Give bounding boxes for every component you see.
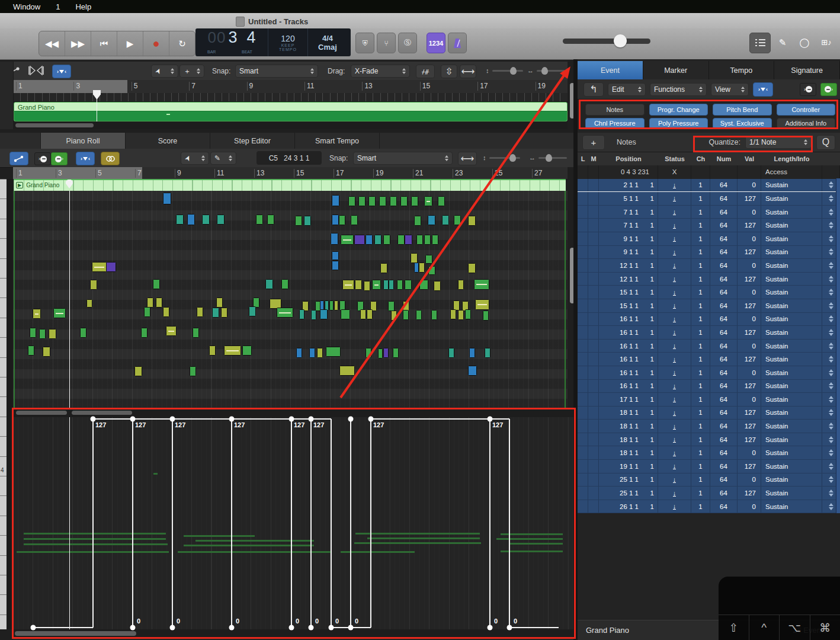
event-row[interactable]: 16 1 11↓164127Sustain (578, 326, 840, 340)
midi-draw-area[interactable] (13, 409, 578, 640)
controller-event-icon: ↓ (673, 182, 677, 188)
automation-value-label: 0 (514, 617, 517, 625)
event-row[interactable]: 17 1 11↓1640Sustain (578, 393, 840, 407)
controller-event-icon: ↓ (673, 222, 677, 229)
controller-event-icon: ↓ (673, 249, 677, 255)
column-header-m[interactable]: M (588, 155, 599, 162)
controller-event-icon: ↓ (673, 262, 677, 268)
midi-out-icon (825, 86, 831, 92)
tab-tempo[interactable]: Tempo (709, 61, 775, 79)
edit-menu[interactable]: Edit (608, 83, 646, 96)
event-row[interactable]: 5 1 11↓164127Sustain (578, 192, 840, 206)
quantize-dropdown[interactable]: 1/1 Note (745, 136, 812, 149)
master-volume-thumb[interactable] (614, 34, 627, 47)
column-header-num[interactable]: Num (710, 155, 738, 162)
event-row[interactable]: 9 1 11↓1640Sustain (578, 232, 840, 246)
event-row[interactable]: 12 1 11↓164127Sustain (578, 273, 840, 286)
event-row[interactable]: 25 1 11↓1640Sustain (578, 473, 840, 487)
hierarchy-button[interactable]: ↰ (583, 82, 604, 97)
controller-event-icon: ↓ (673, 316, 677, 322)
event-row[interactable]: 18 1 11↓164127Sustain (578, 407, 840, 420)
event-row[interactable]: 16 1 11↓1640Sustain (578, 366, 840, 380)
modifier-key: ^ (749, 615, 780, 640)
panel-midi-out-button[interactable]: › (820, 83, 837, 96)
event-row[interactable]: 7 1 11↓164127Sustain (578, 219, 840, 232)
type-button-chnl-pressure[interactable]: Chnl Pressure (585, 118, 645, 130)
add-event-button[interactable]: + (582, 135, 605, 150)
event-row[interactable]: 25 1 11↓164127Sustain (578, 487, 840, 500)
controller-event-icon: ↓ (673, 369, 677, 376)
quantize-label: Quantize: (708, 138, 740, 146)
type-button-additional-info[interactable]: Additional Info (777, 118, 836, 130)
type-button-progr-change[interactable]: Progr. Change (649, 104, 708, 116)
modifier-keys-row: ⇧^⌥⌘ (719, 615, 840, 640)
view-menu[interactable]: View (711, 83, 749, 96)
automation-value-label: 127 (313, 421, 324, 428)
column-header-l[interactable]: L (578, 155, 588, 162)
event-row[interactable]: 16 1 11↓1640Sustain (578, 340, 840, 353)
midi-draw-grid[interactable] (13, 417, 573, 629)
event-row[interactable]: 15 1 11↓164127Sustain (578, 299, 840, 313)
dim-note-line (496, 538, 563, 540)
dim-note-line (509, 543, 563, 545)
functions-menu[interactable]: Functions (650, 83, 707, 96)
event-list-toggle-button[interactable] (749, 33, 771, 53)
tab-marker[interactable]: Marker (643, 61, 709, 79)
loop-browser-button[interactable]: ◯ (794, 33, 815, 52)
type-button-pitch-bend[interactable]: Pitch Bend (713, 104, 772, 116)
event-row[interactable]: 12 1 11↓1640Sustain (578, 259, 840, 273)
event-row[interactable]: 18 1 11↓1640Sustain (578, 446, 840, 460)
controller-event-icon: ↓ (673, 356, 677, 363)
event-row[interactable]: 18 1 11↓164127Sustain (578, 420, 840, 433)
controller-event-icon: ↓ (673, 383, 677, 389)
event-row[interactable]: 7 1 11↓1640Sustain (578, 206, 840, 219)
automation-value-label: 0 (355, 617, 358, 625)
panel-divider[interactable] (573, 59, 578, 640)
controller-event-icon: ↓ (673, 329, 677, 335)
modifier-key: ⇧ (719, 615, 749, 640)
column-header-position[interactable]: Position (599, 155, 658, 162)
event-row[interactable]: 19 1 11↓164127Sustain (578, 460, 840, 473)
column-header-val[interactable]: Val (738, 155, 761, 162)
column-header-length/info[interactable]: Length/Info (761, 155, 822, 162)
controller-event-icon: ↓ (673, 343, 677, 349)
automation-value-label: 127 (95, 421, 106, 428)
filter-icon: ›‹ (758, 87, 768, 92)
dim-note-line (501, 551, 563, 552)
event-table-scrollbar[interactable] (836, 178, 840, 513)
controller-event-icon: ↓ (673, 423, 677, 430)
tab-signature[interactable]: Signature (774, 61, 840, 79)
event-row[interactable]: 16 1 11↓164127Sustain (578, 380, 840, 393)
column-header-ch[interactable]: Ch (691, 155, 710, 162)
view-toggle-buttons: ✎ ◯ ⊞♪ (749, 33, 836, 53)
event-row[interactable]: 16 1 11↓1640Sustain (578, 313, 840, 327)
event-panel-tabs: EventMarkerTempoSignature (578, 61, 840, 80)
panel-midi-in-button[interactable]: › (800, 83, 816, 96)
dim-note-line (17, 551, 169, 553)
type-button-notes[interactable]: Notes (585, 104, 645, 116)
type-button-syst-exclusive[interactable]: Syst. Exclusive (713, 118, 772, 130)
controller-event-icon: ↓ (673, 276, 677, 282)
notepad-button[interactable]: ✎ (772, 33, 793, 52)
automation-value-label: 0 (177, 617, 180, 625)
draw-hscroll-thumb[interactable] (15, 631, 136, 636)
draw-playhead-line (69, 417, 70, 629)
draw-hscrollbar[interactable] (13, 629, 573, 638)
event-row-access[interactable]: 0 4 3 231XAccess (578, 165, 840, 179)
event-row[interactable]: 16 1 11↓164127Sustain (578, 353, 840, 366)
event-catch-button[interactable]: ›‹ (753, 82, 773, 97)
event-row[interactable]: 15 1 11↓1640Sustain (578, 286, 840, 299)
media-browser-button[interactable]: ⊞♪ (816, 33, 836, 52)
event-row[interactable]: 26 1 11↓1640Sustain (578, 500, 840, 514)
event-row[interactable]: 18 1 11↓164127Sustain (578, 433, 840, 447)
type-button-controller[interactable]: Controller (777, 104, 836, 116)
type-button-poly-pressure[interactable]: Poly Pressure (649, 118, 708, 130)
tab-event[interactable]: Event (578, 61, 643, 79)
event-row[interactable]: 2 1 11↓1640Sustain (578, 179, 840, 193)
event-row[interactable]: 9 1 11↓164127Sustain (578, 246, 840, 260)
midi-in-icon (806, 86, 812, 92)
event-table: 0 4 3 231XAccess2 1 11↓1640Sustain5 1 11… (578, 165, 840, 513)
event-table-header[interactable]: LMPositionStatusChNumValLength/Info (578, 152, 840, 166)
q-button[interactable]: Q (816, 135, 835, 150)
column-header-status[interactable]: Status (658, 155, 691, 162)
